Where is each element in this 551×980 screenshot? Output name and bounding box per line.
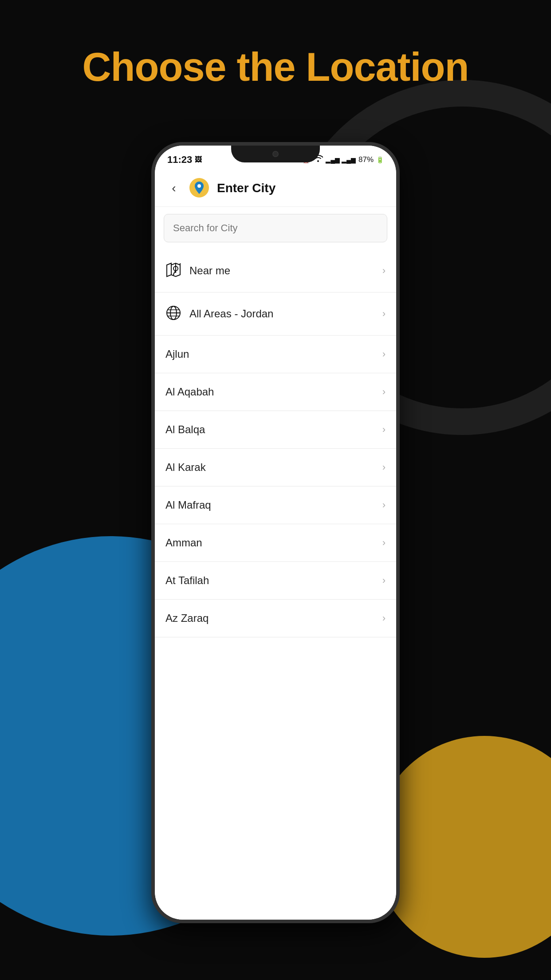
list-item-ajlun[interactable]: Ajlun › — [155, 336, 396, 373]
at-tafilah-label: At Tafilah — [165, 574, 382, 587]
near-me-chevron: › — [382, 265, 386, 277]
header-title: Enter City — [217, 181, 276, 195]
svg-point-1 — [197, 184, 201, 188]
al-karak-label: Al Karak — [165, 461, 382, 474]
near-me-label: Near me — [189, 265, 382, 277]
al-karak-chevron: › — [382, 462, 386, 473]
map-icon — [165, 262, 181, 280]
battery-icon: 🔋 — [376, 156, 384, 163]
list-item-al-aqabah[interactable]: Al Aqabah › — [155, 373, 396, 411]
all-areas-label: All Areas - Jordan — [189, 308, 382, 320]
al-balqa-label: Al Balqa — [165, 423, 382, 436]
page-title: Choose the Location — [0, 44, 551, 90]
al-aqabah-label: Al Aqabah — [165, 386, 382, 398]
ajlun-label: Ajlun — [165, 348, 382, 360]
status-time: 11:23 🖼 — [167, 154, 202, 166]
back-button[interactable]: ‹ — [165, 180, 182, 197]
bg-circle-gold — [374, 736, 551, 958]
list-item-al-karak[interactable]: Al Karak › — [155, 449, 396, 486]
al-aqabah-chevron: › — [382, 386, 386, 398]
all-areas-chevron: › — [382, 308, 386, 320]
ajlun-chevron: › — [382, 348, 386, 360]
phone-screen: 11:23 🖼 ⏰ ▂▄▆ ▂▄▆ 87% 🔋 — [155, 146, 396, 920]
al-mafraq-chevron: › — [382, 499, 386, 511]
list-item-at-tafilah[interactable]: At Tafilah › — [155, 562, 396, 600]
search-container — [155, 207, 396, 249]
globe-icon — [165, 305, 181, 323]
time-display: 11:23 — [167, 154, 192, 166]
city-list: Near me › All Areas - Jordan — [155, 249, 396, 920]
list-item-near-me[interactable]: Near me › — [155, 249, 396, 292]
photo-icon: 🖼 — [195, 156, 202, 164]
list-item-al-mafraq[interactable]: Al Mafraq › — [155, 486, 396, 524]
az-zaraq-chevron: › — [382, 612, 386, 624]
search-input[interactable] — [164, 214, 387, 242]
list-item-all-areas[interactable]: All Areas - Jordan › — [155, 292, 396, 336]
list-item-al-balqa[interactable]: Al Balqa › — [155, 411, 396, 449]
al-mafraq-label: Al Mafraq — [165, 499, 382, 511]
at-tafilah-chevron: › — [382, 575, 386, 586]
phone-notch — [231, 146, 320, 162]
location-pin-icon — [189, 178, 210, 198]
battery-text: 87% — [358, 155, 374, 164]
signal-icon: ▂▄▆ ▂▄▆ — [326, 156, 356, 163]
amman-label: Amman — [165, 537, 382, 549]
back-arrow-icon: ‹ — [172, 181, 176, 195]
phone-frame: 11:23 🖼 ⏰ ▂▄▆ ▂▄▆ 87% 🔋 — [151, 142, 400, 923]
screen-content: 11:23 🖼 ⏰ ▂▄▆ ▂▄▆ 87% 🔋 — [155, 146, 396, 920]
list-item-amman[interactable]: Amman › — [155, 524, 396, 562]
notch-camera — [272, 151, 279, 157]
amman-chevron: › — [382, 537, 386, 549]
app-header: ‹ Enter City — [155, 170, 396, 207]
list-item-az-zaraq[interactable]: Az Zaraq › — [155, 600, 396, 637]
al-balqa-chevron: › — [382, 424, 386, 435]
az-zaraq-label: Az Zaraq — [165, 612, 382, 624]
